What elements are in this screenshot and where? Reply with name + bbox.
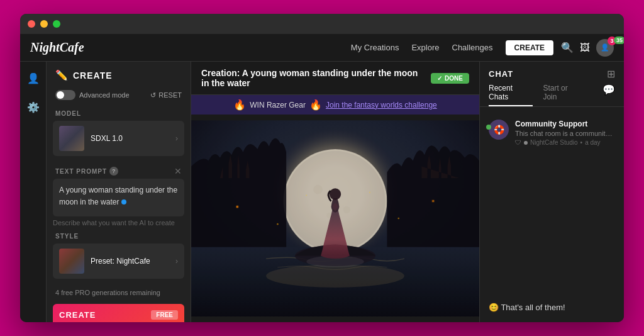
nav-my-creations[interactable]: My Creations xyxy=(351,43,399,52)
banner-text: WIN Razer Gear xyxy=(250,101,306,109)
left-panel-header: ✏️ CREATE xyxy=(47,62,191,86)
chat-meta: 🛡 NightCafe Studio • a day xyxy=(515,139,615,146)
tab-start-join[interactable]: Start or Join xyxy=(543,84,582,106)
prompt-placeholder: Describe what you want the AI to create xyxy=(53,219,184,227)
close-button[interactable] xyxy=(28,20,35,28)
nav-challenges[interactable]: Challenges xyxy=(452,43,493,52)
chat-name: Community Support xyxy=(515,120,615,128)
top-nav: NightCafe My Creations Explore Challenge… xyxy=(20,34,624,62)
model-section-label: MODEL xyxy=(47,104,191,121)
model-chevron-icon: › xyxy=(175,134,178,143)
model-name: SDXL 1.0 xyxy=(91,134,169,143)
generated-image xyxy=(191,115,479,322)
active-indicator xyxy=(486,125,491,130)
free-gen-text: 4 free PRO generations remaining xyxy=(47,284,191,301)
model-thumbnail xyxy=(59,126,84,151)
text-prompt-label: TEXT PROMPT ? xyxy=(55,167,118,176)
svg-point-15 xyxy=(277,223,279,225)
chat-preview: This chat room is a community-powered su… xyxy=(515,130,615,137)
tab-recent-chats[interactable]: Recent Chats xyxy=(489,84,533,106)
main-layout: 👤 ⚙️ ✏️ CREATE Advanced mode xyxy=(20,62,624,322)
banner-link[interactable]: Join the fantasy worlds challenge xyxy=(326,101,437,109)
nav-icons: 🔍 🖼 👤 3 35 xyxy=(561,39,614,57)
image-icon[interactable]: 🖼 xyxy=(580,42,590,53)
image-area xyxy=(191,115,479,322)
logo: NightCafe xyxy=(30,40,351,55)
create-header-icon: ✏️ xyxy=(55,69,68,81)
minimize-button[interactable] xyxy=(40,20,48,28)
svg-rect-12 xyxy=(191,120,479,316)
meta-studio: NightCafe Studio xyxy=(530,139,578,146)
svg-point-16 xyxy=(397,218,399,220)
settings-sidebar-icon[interactable]: ⚙️ xyxy=(23,97,43,117)
nav-create-button[interactable]: CREATE xyxy=(506,40,553,55)
nav-links: My Creations Explore Challenges CREATE xyxy=(351,40,553,55)
text-prompt-header: TEXT PROMPT ? ✕ xyxy=(47,161,191,179)
icon-sidebar: 👤 ⚙️ xyxy=(20,62,47,322)
help-icon[interactable]: ? xyxy=(109,167,118,176)
prompt-text: A young woman standing under the moon in… xyxy=(59,186,177,206)
banner-emoji2: 🔥 xyxy=(309,99,322,111)
style-card[interactable]: Preset: NightCafe › xyxy=(53,244,184,279)
reset-button[interactable]: ↺ RESET xyxy=(150,91,182,99)
style-name: Preset: NightCafe xyxy=(91,257,169,266)
reset-icon: ↺ xyxy=(150,91,156,99)
profile-sidebar-icon[interactable]: 👤 xyxy=(23,68,43,88)
search-icon[interactable]: 🔍 xyxy=(561,42,574,53)
advanced-mode-toggle[interactable] xyxy=(55,90,75,100)
center-content: Creation: A young woman standing under t… xyxy=(191,62,479,322)
model-thumb-image xyxy=(59,126,84,151)
clear-prompt-icon[interactable]: ✕ xyxy=(174,166,182,176)
free-badge: FREE xyxy=(151,310,178,320)
nav-explore[interactable]: Explore xyxy=(411,43,439,52)
gallery-icon[interactable]: ⊞ xyxy=(607,68,615,80)
svg-point-14 xyxy=(432,200,435,203)
chat-item-community[interactable]: 🛟 Community Support This chat room is a … xyxy=(486,115,618,151)
creation-title: Creation: A young woman standing under t… xyxy=(201,68,425,88)
message-icon[interactable]: 💬 xyxy=(602,84,615,106)
toggle-knob xyxy=(57,91,64,99)
checkmark-icon: ✓ xyxy=(437,75,442,82)
meta-icons: 🛡 xyxy=(515,139,521,146)
prompt-cursor xyxy=(121,199,126,204)
style-thumbnail xyxy=(59,249,84,274)
meta-time: a day xyxy=(585,139,600,146)
banner-bar: 🔥 WIN Razer Gear 🔥 Join the fantasy worl… xyxy=(191,95,479,115)
chat-list: 🛟 Community Support This chat room is a … xyxy=(480,111,624,293)
right-panel: CHAT ⊞ Recent Chats Start or Join 💬 🛟 xyxy=(479,62,624,322)
svg-point-18 xyxy=(369,192,370,193)
app-container: NightCafe My Creations Explore Challenge… xyxy=(20,34,624,322)
title-bar xyxy=(20,14,624,34)
done-label: DONE xyxy=(445,75,463,82)
maximize-button[interactable] xyxy=(53,20,60,28)
left-panel: ✏️ CREATE Advanced mode ↺ RESET xyxy=(47,62,191,322)
chat-tabs: Recent Chats Start or Join 💬 xyxy=(480,84,624,107)
meta-dot2: • xyxy=(580,139,583,146)
chat-title: CHAT xyxy=(489,69,513,79)
chat-info: Community Support This chat room is a co… xyxy=(515,120,615,146)
avatar-icon: 👤 xyxy=(601,43,609,52)
create-button[interactable]: CREATE FREE xyxy=(53,304,184,322)
left-panel-title: CREATE xyxy=(73,70,113,81)
chat-bottom-message: 😊 That's all of them! xyxy=(480,293,624,322)
chat-header: CHAT ⊞ xyxy=(480,62,624,84)
advanced-mode-row: Advanced mode ↺ RESET xyxy=(47,86,191,104)
avatar[interactable]: 👤 3 xyxy=(596,39,614,57)
done-badge: ✓ DONE xyxy=(431,73,469,84)
meta-dot xyxy=(524,141,528,145)
style-section-label: STYLE xyxy=(47,227,191,244)
pro-badge: 35 xyxy=(614,36,624,44)
svg-point-13 xyxy=(236,206,238,208)
community-avatar-icon: 🛟 xyxy=(494,125,504,135)
community-avatar: 🛟 xyxy=(489,120,509,140)
browser-window: NightCafe My Creations Explore Challenge… xyxy=(20,14,624,322)
style-chevron-icon: › xyxy=(175,257,178,266)
create-btn-label: CREATE xyxy=(59,310,96,320)
model-card[interactable]: SDXL 1.0 › xyxy=(53,121,184,156)
advanced-mode-label: Advanced mode xyxy=(79,91,130,99)
creation-header: Creation: A young woman standing under t… xyxy=(191,62,479,95)
banner-emoji1: 🔥 xyxy=(233,99,246,111)
prompt-textarea[interactable]: A young woman standing under the moon in… xyxy=(53,179,184,216)
svg-point-17 xyxy=(306,194,307,196)
